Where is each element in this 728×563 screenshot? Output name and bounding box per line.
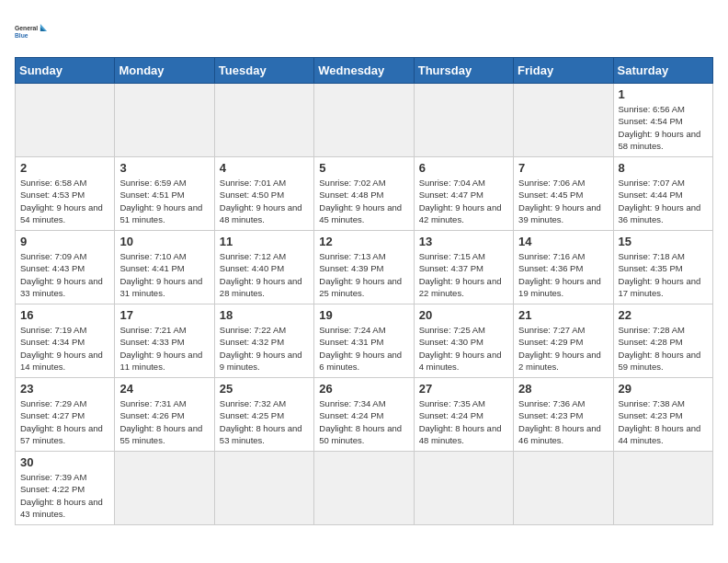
day-number: 2	[20, 161, 109, 175]
calendar-cell-w3-d6: 22Sunrise: 7:28 AM Sunset: 4:28 PM Dayli…	[613, 304, 712, 378]
calendar-cell-w0-d0	[16, 84, 115, 157]
day-info: Sunrise: 7:01 AM Sunset: 4:50 PM Dayligh…	[220, 177, 309, 225]
calendar-cell-w3-d4: 20Sunrise: 7:25 AM Sunset: 4:30 PM Dayli…	[414, 304, 513, 378]
calendar-cell-w1-d6: 8Sunrise: 7:07 AM Sunset: 4:44 PM Daylig…	[613, 157, 712, 231]
day-number: 21	[518, 308, 608, 322]
day-info: Sunrise: 7:28 AM Sunset: 4:28 PM Dayligh…	[619, 324, 708, 373]
calendar-cell-w5-d0: 30Sunrise: 7:39 AM Sunset: 4:22 PM Dayli…	[16, 452, 115, 525]
calendar-cell-w4-d0: 23Sunrise: 7:29 AM Sunset: 4:27 PM Dayli…	[16, 378, 115, 452]
day-number: 11	[220, 235, 309, 248]
day-info: Sunrise: 7:04 AM Sunset: 4:47 PM Dayligh…	[419, 177, 508, 225]
logo: GeneralBlue	[15, 15, 48, 48]
calendar-cell-w1-d5: 7Sunrise: 7:06 AM Sunset: 4:45 PM Daylig…	[514, 157, 613, 231]
calendar-cell-w4-d3: 26Sunrise: 7:34 AM Sunset: 4:24 PM Dayli…	[314, 378, 414, 452]
day-info: Sunrise: 6:58 AM Sunset: 4:53 PM Dayligh…	[20, 177, 109, 225]
day-number: 12	[319, 235, 408, 248]
calendar-cell-w4-d1: 24Sunrise: 7:31 AM Sunset: 4:26 PM Dayli…	[115, 378, 214, 452]
calendar-cell-w4-d6: 29Sunrise: 7:38 AM Sunset: 4:23 PM Dayli…	[613, 378, 712, 452]
day-info: Sunrise: 7:39 AM Sunset: 4:22 PM Dayligh…	[20, 471, 109, 520]
day-header-tuesday: Tuesday	[214, 58, 313, 84]
calendar-cell-w1-d1: 3Sunrise: 6:59 AM Sunset: 4:51 PM Daylig…	[115, 157, 214, 231]
day-info: Sunrise: 7:10 AM Sunset: 4:41 PM Dayligh…	[119, 250, 209, 299]
calendar-cell-w3-d3: 19Sunrise: 7:24 AM Sunset: 4:31 PM Dayli…	[314, 304, 414, 378]
logo-icon: GeneralBlue	[15, 15, 48, 48]
day-info: Sunrise: 7:35 AM Sunset: 4:24 PM Dayligh…	[419, 397, 508, 446]
calendar-cell-w2-d3: 12Sunrise: 7:13 AM Sunset: 4:39 PM Dayli…	[314, 231, 414, 304]
day-header-thursday: Thursday	[414, 58, 513, 84]
calendar-cell-w1-d2: 4Sunrise: 7:01 AM Sunset: 4:50 PM Daylig…	[214, 157, 313, 231]
day-number: 27	[419, 382, 508, 396]
day-info: Sunrise: 7:34 AM Sunset: 4:24 PM Dayligh…	[319, 397, 408, 446]
day-number: 26	[319, 382, 408, 396]
day-info: Sunrise: 7:31 AM Sunset: 4:26 PM Dayligh…	[119, 397, 209, 446]
day-header-monday: Monday	[115, 58, 214, 84]
day-header-wednesday: Wednesday	[314, 58, 414, 84]
svg-text:Blue: Blue	[15, 32, 28, 39]
day-number: 9	[20, 235, 109, 248]
day-info: Sunrise: 7:19 AM Sunset: 4:34 PM Dayligh…	[20, 324, 109, 373]
calendar-cell-w5-d2	[214, 452, 313, 525]
day-info: Sunrise: 7:07 AM Sunset: 4:44 PM Dayligh…	[619, 177, 708, 225]
day-info: Sunrise: 7:12 AM Sunset: 4:40 PM Dayligh…	[220, 250, 309, 299]
page-header: GeneralBlue	[15, 15, 713, 48]
day-number: 1	[619, 87, 708, 101]
calendar-cell-w3-d5: 21Sunrise: 7:27 AM Sunset: 4:29 PM Dayli…	[514, 304, 613, 378]
day-info: Sunrise: 7:29 AM Sunset: 4:27 PM Dayligh…	[20, 397, 109, 446]
day-number: 14	[518, 235, 608, 248]
calendar-cell-w2-d1: 10Sunrise: 7:10 AM Sunset: 4:41 PM Dayli…	[115, 231, 214, 304]
day-header-sunday: Sunday	[16, 58, 115, 84]
day-number: 3	[119, 161, 209, 175]
day-info: Sunrise: 7:18 AM Sunset: 4:35 PM Dayligh…	[619, 250, 708, 299]
calendar-cell-w2-d2: 11Sunrise: 7:12 AM Sunset: 4:40 PM Dayli…	[214, 231, 313, 304]
day-number: 18	[220, 308, 309, 322]
calendar-cell-w2-d5: 14Sunrise: 7:16 AM Sunset: 4:36 PM Dayli…	[514, 231, 613, 304]
calendar-cell-w3-d2: 18Sunrise: 7:22 AM Sunset: 4:32 PM Dayli…	[214, 304, 313, 378]
day-number: 19	[319, 308, 408, 322]
day-info: Sunrise: 7:21 AM Sunset: 4:33 PM Dayligh…	[119, 324, 209, 373]
day-info: Sunrise: 7:32 AM Sunset: 4:25 PM Dayligh…	[220, 397, 309, 446]
day-info: Sunrise: 7:09 AM Sunset: 4:43 PM Dayligh…	[20, 250, 109, 299]
day-number: 7	[518, 161, 608, 175]
calendar-cell-w0-d6: 1Sunrise: 6:56 AM Sunset: 4:54 PM Daylig…	[613, 84, 712, 157]
day-info: Sunrise: 7:16 AM Sunset: 4:36 PM Dayligh…	[518, 250, 608, 299]
calendar-cell-w2-d0: 9Sunrise: 7:09 AM Sunset: 4:43 PM Daylig…	[16, 231, 115, 304]
day-number: 28	[518, 382, 608, 396]
calendar-cell-w1-d3: 5Sunrise: 7:02 AM Sunset: 4:48 PM Daylig…	[314, 157, 414, 231]
day-number: 16	[20, 308, 109, 322]
day-info: Sunrise: 7:36 AM Sunset: 4:23 PM Dayligh…	[518, 397, 608, 446]
calendar-cell-w2-d6: 15Sunrise: 7:18 AM Sunset: 4:35 PM Dayli…	[613, 231, 712, 304]
calendar-cell-w0-d3	[314, 84, 414, 157]
day-number: 23	[20, 382, 109, 396]
day-number: 8	[619, 161, 708, 175]
day-info: Sunrise: 7:02 AM Sunset: 4:48 PM Dayligh…	[319, 177, 408, 225]
day-number: 20	[419, 308, 508, 322]
calendar-cell-w0-d2	[214, 84, 313, 157]
day-number: 13	[419, 235, 508, 248]
calendar-cell-w4-d5: 28Sunrise: 7:36 AM Sunset: 4:23 PM Dayli…	[514, 378, 613, 452]
day-number: 30	[20, 455, 109, 469]
calendar-cell-w1-d4: 6Sunrise: 7:04 AM Sunset: 4:47 PM Daylig…	[414, 157, 513, 231]
calendar-cell-w4-d2: 25Sunrise: 7:32 AM Sunset: 4:25 PM Dayli…	[214, 378, 313, 452]
day-info: Sunrise: 7:15 AM Sunset: 4:37 PM Dayligh…	[419, 250, 508, 299]
calendar-cell-w5-d6	[613, 452, 712, 525]
day-header-saturday: Saturday	[613, 58, 712, 84]
svg-text:General: General	[15, 25, 38, 31]
calendar-cell-w2-d4: 13Sunrise: 7:15 AM Sunset: 4:37 PM Dayli…	[414, 231, 513, 304]
calendar-cell-w3-d1: 17Sunrise: 7:21 AM Sunset: 4:33 PM Dayli…	[115, 304, 214, 378]
day-header-friday: Friday	[514, 58, 613, 84]
day-number: 10	[119, 235, 209, 248]
calendar-cell-w1-d0: 2Sunrise: 6:58 AM Sunset: 4:53 PM Daylig…	[16, 157, 115, 231]
calendar-table: SundayMondayTuesdayWednesdayThursdayFrid…	[15, 57, 713, 525]
calendar-cell-w0-d5	[514, 84, 613, 157]
calendar-cell-w5-d5	[514, 452, 613, 525]
day-number: 29	[619, 382, 708, 396]
calendar-cell-w5-d3	[314, 452, 414, 525]
day-number: 24	[119, 382, 209, 396]
calendar-cell-w3-d0: 16Sunrise: 7:19 AM Sunset: 4:34 PM Dayli…	[16, 304, 115, 378]
day-number: 22	[619, 308, 708, 322]
day-info: Sunrise: 7:06 AM Sunset: 4:45 PM Dayligh…	[518, 177, 608, 225]
day-info: Sunrise: 7:27 AM Sunset: 4:29 PM Dayligh…	[518, 324, 608, 373]
calendar-cell-w5-d4	[414, 452, 513, 525]
day-number: 6	[419, 161, 508, 175]
calendar-cell-w4-d4: 27Sunrise: 7:35 AM Sunset: 4:24 PM Dayli…	[414, 378, 513, 452]
